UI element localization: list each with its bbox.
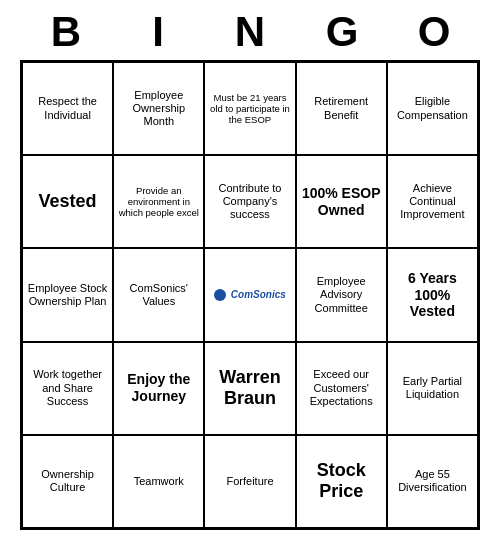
cell-r4-c1: Teamwork xyxy=(113,435,204,528)
cell-r3-c2: Warren Braun xyxy=(204,342,295,435)
cell-r0-c0: Respect the Individual xyxy=(22,62,113,155)
cell-r3-c0: Work together and Share Success xyxy=(22,342,113,435)
letter-g: G xyxy=(302,8,382,56)
cell-r2-c3: Employee Advisory Committee xyxy=(296,248,387,341)
cell-r2-c2: ComSonics xyxy=(204,248,295,341)
cell-r0-c3: Retirement Benefit xyxy=(296,62,387,155)
cell-r4-c3: Stock Price xyxy=(296,435,387,528)
bingo-grid: Respect the IndividualEmployee Ownership… xyxy=(20,60,480,530)
cell-r1-c4: Achieve Continual Improvement xyxy=(387,155,478,248)
cell-r2-c4: 6 Years 100% Vested xyxy=(387,248,478,341)
cell-r0-c2: Must be 21 years old to participate in t… xyxy=(204,62,295,155)
letter-o: O xyxy=(394,8,474,56)
cell-r4-c0: Ownership Culture xyxy=(22,435,113,528)
cell-r1-c0: Vested xyxy=(22,155,113,248)
cell-r1-c1: Provide an environment in which people e… xyxy=(113,155,204,248)
cell-r4-c2: Forfeiture xyxy=(204,435,295,528)
letter-n: N xyxy=(210,8,290,56)
cell-r1-c2: Contribute to Company's success xyxy=(204,155,295,248)
cell-r3-c1: Enjoy the Journey xyxy=(113,342,204,435)
cell-r1-c3: 100% ESOP Owned xyxy=(296,155,387,248)
cell-r0-c1: Employee Ownership Month xyxy=(113,62,204,155)
cell-r2-c0: Employee Stock Ownership Plan xyxy=(22,248,113,341)
letter-i: I xyxy=(118,8,198,56)
cell-r0-c4: Eligible Compensation xyxy=(387,62,478,155)
cell-r4-c4: Age 55 Diversification xyxy=(387,435,478,528)
comsonics-logo: ComSonics xyxy=(228,289,286,301)
bingo-header: B I N G O xyxy=(20,0,480,60)
cell-r3-c4: Early Partial Liquidation xyxy=(387,342,478,435)
cell-r2-c1: ComSonics' Values xyxy=(113,248,204,341)
cell-r3-c3: Exceed our Customers' Expectations xyxy=(296,342,387,435)
letter-b: B xyxy=(26,8,106,56)
